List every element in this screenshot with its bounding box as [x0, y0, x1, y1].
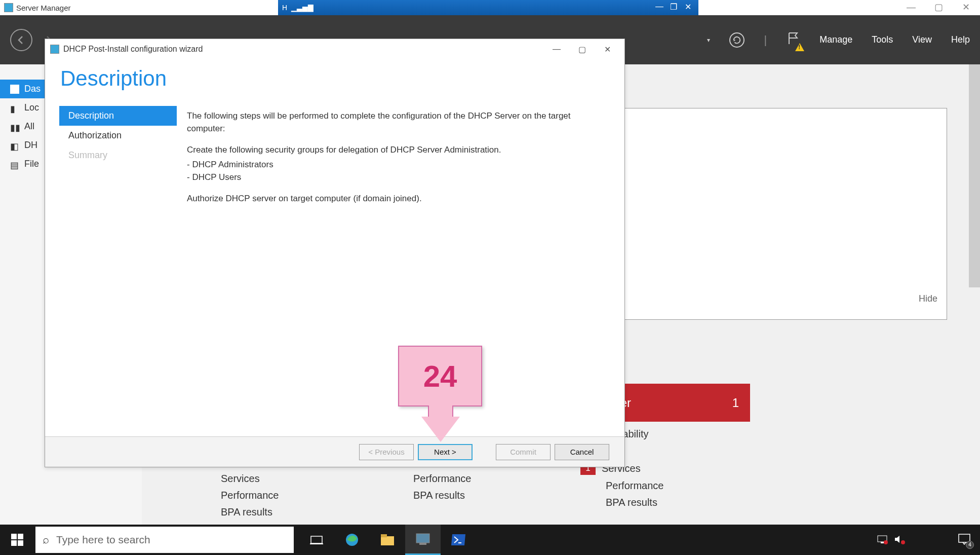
- list-item[interactable]: Performance: [221, 487, 279, 504]
- volume-icon[interactable]: [894, 534, 905, 546]
- menu-view[interactable]: View: [912, 34, 932, 45]
- outer-close-button[interactable]: ✕: [957, 1, 975, 13]
- menu-help[interactable]: Help: [951, 34, 970, 45]
- server-manager-menu: ▾ | Manage Tools View Help: [707, 15, 970, 64]
- list-item[interactable]: Performance: [606, 477, 664, 494]
- list-item[interactable]: Services: [221, 470, 279, 487]
- server-manager-app[interactable]: [405, 525, 441, 555]
- wizard-icon: [50, 45, 59, 54]
- svg-rect-4: [381, 534, 387, 537]
- notification-count-badge: 4: [966, 541, 974, 549]
- list-item[interactable]: BPA results: [221, 504, 279, 521]
- wizard-title: DHCP Post-Install configuration wizard: [63, 45, 203, 54]
- warning-badge-icon: [795, 43, 804, 51]
- servers-icon: ▮▮: [10, 122, 19, 131]
- taskbar-search[interactable]: ⌕ Type here to search: [35, 527, 294, 553]
- start-button[interactable]: [0, 525, 34, 555]
- outer-window-title: Server Manager: [16, 4, 71, 12]
- sidebar-item-label: Loc: [24, 102, 39, 113]
- wizard-text: Authorize DHCP server on target computer…: [187, 193, 604, 205]
- hide-button[interactable]: Hide: [919, 293, 937, 304]
- powershell-app[interactable]: [441, 525, 476, 555]
- wizard-text: Create the following security groups for…: [187, 144, 604, 157]
- wizard-maximize-button[interactable]: ▢: [570, 40, 594, 58]
- svg-rect-1: [310, 543, 323, 544]
- wizard-body: Description Authorization Summary The fo…: [45, 106, 624, 436]
- svg-rect-6: [419, 543, 426, 545]
- network-icon[interactable]: [877, 534, 888, 546]
- wizard-list-item: - DHCP Administrators: [187, 159, 604, 171]
- back-button[interactable]: [10, 29, 32, 51]
- outer-window-controls: — ▢ ✕: [902, 1, 975, 13]
- card-list-2: Performance BPA results: [413, 470, 472, 504]
- server-manager-icon: [4, 3, 13, 12]
- wizard-step-description[interactable]: Description: [59, 106, 177, 126]
- card-list-1: Services Performance BPA results: [221, 470, 279, 521]
- vm-minimize-button[interactable]: —: [653, 1, 665, 12]
- task-view-button[interactable]: [299, 525, 334, 555]
- outer-maximize-button[interactable]: ▢: [929, 1, 948, 13]
- notifications-flag[interactable]: [786, 31, 800, 48]
- next-button[interactable]: Next >: [418, 444, 473, 460]
- vm-close-button[interactable]: ✕: [682, 1, 694, 12]
- svg-rect-0: [311, 536, 322, 543]
- dhcp-icon: ◧: [10, 141, 19, 150]
- wizard-header: Description: [45, 59, 624, 106]
- card-count: 1: [732, 396, 739, 410]
- wizard-minimize-button[interactable]: —: [544, 40, 569, 58]
- vertical-scrollbar[interactable]: [969, 64, 980, 525]
- sidebar-item-label: DH: [24, 140, 37, 151]
- svg-point-10: [901, 540, 905, 544]
- taskbar-tray: 4: [877, 533, 980, 547]
- list-item[interactable]: BPA results: [413, 487, 472, 504]
- wizard-text: The following steps will be performed to…: [187, 110, 604, 135]
- svg-rect-5: [416, 534, 429, 543]
- server-icon: ▮: [10, 103, 19, 113]
- vm-signal-icon: ▁▃▅▇: [291, 4, 313, 12]
- wizard-page-title: Description: [60, 66, 609, 91]
- separator: |: [764, 33, 767, 47]
- wizard-content: The following steps will be performed to…: [177, 106, 624, 436]
- cancel-button[interactable]: Cancel: [555, 444, 609, 460]
- wizard-titlebar[interactable]: DHCP Post-Install configuration wizard —…: [45, 39, 624, 59]
- outer-minimize-button[interactable]: —: [902, 1, 920, 13]
- wizard-step-authorization[interactable]: Authorization: [59, 126, 177, 145]
- wizard-list-item: - DHCP Users: [187, 171, 604, 184]
- svg-point-9: [884, 540, 888, 544]
- sidebar-item-label: File: [24, 159, 39, 169]
- dropdown-caret-icon[interactable]: ▾: [707, 36, 710, 44]
- explorer-app[interactable]: [370, 525, 405, 555]
- sidebar-item-label: All: [24, 121, 34, 132]
- vm-net-icon: H: [282, 4, 287, 12]
- search-placeholder: Type here to search: [56, 534, 150, 546]
- taskbar-apps: [299, 525, 476, 555]
- wizard-window-controls: — ▢ ✕: [544, 40, 619, 58]
- edge-app[interactable]: [334, 525, 370, 555]
- svg-rect-3: [381, 536, 394, 545]
- vm-restore-button[interactable]: ❐: [668, 1, 680, 12]
- svg-rect-8: [881, 542, 884, 543]
- wizard-steps-list: Description Authorization Summary: [45, 106, 177, 436]
- wizard-close-button[interactable]: ✕: [595, 40, 619, 58]
- refresh-button[interactable]: [729, 32, 744, 48]
- previous-button: < Previous: [359, 444, 414, 460]
- vm-window-controls: — ❐ ✕: [653, 1, 694, 12]
- file-icon: ▤: [10, 160, 19, 169]
- vm-connection-bar: H ▁▃▅▇: [278, 0, 698, 15]
- list-item[interactable]: Performance: [413, 470, 472, 487]
- notifications-button[interactable]: 4: [958, 533, 971, 547]
- scrollbar-thumb[interactable]: [969, 64, 980, 287]
- search-icon: ⌕: [43, 533, 49, 546]
- dhcp-wizard-window: DHCP Post-Install configuration wizard —…: [45, 39, 625, 467]
- taskbar: ⌕ Type here to search 4: [0, 525, 980, 555]
- wizard-step-summary: Summary: [59, 145, 177, 165]
- dashboard-icon: [10, 85, 19, 94]
- sidebar-item-label: Das: [24, 84, 41, 94]
- windows-icon: [11, 534, 23, 546]
- wizard-footer: < Previous Next > Commit Cancel: [45, 436, 624, 467]
- menu-tools[interactable]: Tools: [872, 34, 893, 45]
- list-item[interactable]: BPA results: [606, 494, 664, 511]
- menu-manage[interactable]: Manage: [819, 34, 852, 45]
- commit-button: Commit: [496, 444, 551, 460]
